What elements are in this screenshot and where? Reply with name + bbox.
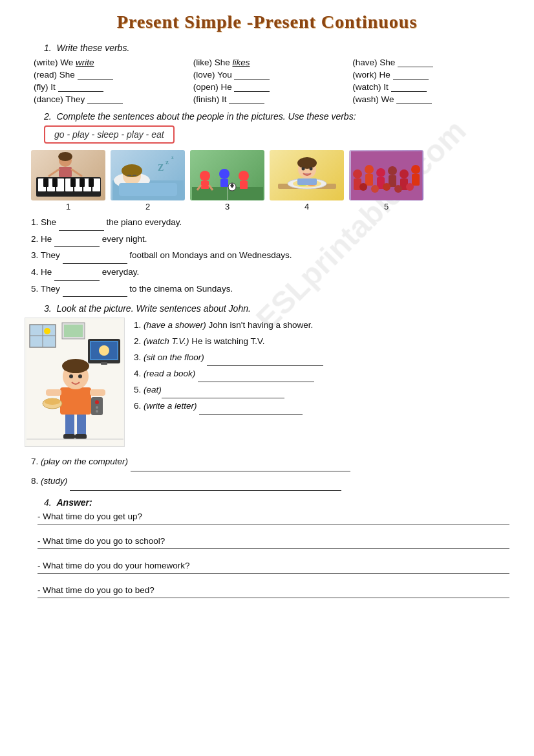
svg-point-56: [400, 169, 409, 178]
section2: 2. Complete the sentences about the peop…: [25, 111, 509, 297]
svg-point-69: [44, 328, 50, 334]
s3-sent-3: 3. (sit on the floor): [134, 350, 509, 366]
image-cell-3: 3: [190, 150, 264, 211]
s3-sent-2: 2. (watch T.V.) He is watching T.V.: [134, 334, 509, 350]
s3-sent-4: 4. (read a book): [134, 366, 509, 382]
svg-rect-33: [220, 179, 228, 187]
section1-title: 1. Write these verbs.: [44, 43, 509, 53]
section3-extra: 7. (play on the computer) 8. (study): [31, 452, 509, 490]
svg-point-58: [411, 165, 420, 174]
verb-item: (read) She: [31, 69, 191, 80]
answer-block: - What time do you get up? - What time d…: [37, 512, 509, 598]
section3-layout: 1. (have a shower) John isn't having a s…: [25, 318, 509, 447]
sentence-2-3: 3. They football on Mondays and on Wedne…: [31, 247, 509, 264]
svg-point-61: [371, 185, 379, 193]
verb-item: (fly) It: [31, 81, 191, 92]
svg-rect-8: [43, 178, 48, 187]
svg-point-34: [239, 171, 249, 181]
svg-rect-87: [90, 389, 105, 396]
svg-point-21: [122, 164, 142, 177]
image-eating: [270, 150, 344, 200]
verb-item: (finish) It: [191, 94, 350, 105]
svg-rect-59: [412, 174, 420, 186]
image-cell-2: Z z z 2: [111, 150, 185, 211]
svg-rect-76: [101, 362, 107, 365]
svg-point-92: [96, 406, 98, 409]
verbs-box: go - play - sleep - play - eat: [44, 125, 175, 144]
image-piano: [31, 150, 105, 200]
svg-point-62: [383, 183, 390, 191]
answer-q3: - What time do you do your homework?: [37, 561, 509, 574]
s3-sent-7: 7. (play on the computer): [31, 452, 509, 471]
svg-rect-10: [70, 178, 76, 187]
svg-point-17: [58, 152, 72, 161]
svg-point-48: [353, 169, 362, 178]
svg-text:Z: Z: [158, 163, 164, 173]
svg-rect-77: [65, 413, 74, 436]
verb-item: (have) She: [350, 57, 509, 68]
svg-point-91: [95, 400, 99, 404]
image-cell-1: 1: [31, 150, 105, 211]
verb-item: (watch) It: [350, 81, 509, 92]
svg-rect-35: [240, 181, 248, 189]
sentence-2-5: 5. They to the cinema on Sundays.: [31, 281, 509, 297]
section1: 1. Write these verbs. (write) We write (…: [25, 43, 509, 105]
verb-grid: (write) We write (like) She likes (have)…: [31, 57, 509, 105]
img-label-5: 5: [384, 202, 389, 211]
section2-sentences: 1. She the piano everyday. 2. He every n…: [31, 214, 509, 297]
svg-rect-79: [63, 434, 75, 439]
svg-point-28: [200, 171, 210, 181]
svg-point-84: [69, 374, 73, 378]
svg-point-89: [45, 398, 60, 405]
svg-point-50: [365, 165, 374, 174]
sentence-2-1: 1. She the piano everyday.: [31, 214, 509, 231]
img-label-2: 2: [145, 202, 150, 211]
page-title: Present Simple -Present Continuous: [25, 12, 509, 32]
answer-q4: - What time do you go to bed?: [37, 585, 509, 598]
svg-line-16: [72, 169, 81, 176]
svg-point-64: [406, 183, 414, 191]
svg-rect-71: [64, 325, 83, 337]
svg-point-43: [297, 157, 317, 169]
section3: 3. Look at the picture. Write sentences …: [25, 303, 509, 490]
image-cinema: [349, 150, 423, 200]
svg-point-75: [99, 345, 109, 356]
verb-item: (dance) They: [31, 94, 191, 105]
svg-point-60: [359, 183, 367, 191]
images-row: 1 Z z z: [31, 150, 509, 211]
image-cell-4: 4: [270, 150, 344, 211]
svg-rect-29: [201, 181, 209, 189]
svg-rect-81: [60, 387, 91, 415]
section2-title: 2. Complete the sentences about the peop…: [44, 111, 509, 122]
svg-rect-12: [89, 178, 94, 187]
sentence-2-4: 4. He everyday.: [31, 264, 509, 281]
sentence-2-2: 2. He every night.: [31, 231, 509, 248]
svg-point-85: [78, 374, 82, 378]
verb-item: (open) He: [191, 81, 350, 92]
image-sleep: Z z z: [111, 150, 185, 200]
image-football: [190, 150, 264, 200]
svg-point-93: [96, 410, 98, 413]
svg-rect-11: [80, 178, 85, 187]
svg-rect-86: [46, 389, 61, 396]
svg-point-45: [309, 167, 312, 170]
svg-point-32: [219, 169, 230, 179]
s3-sent-6: 6. (write a letter): [134, 398, 509, 415]
img-label-1: 1: [66, 202, 70, 211]
s3-sent-5: 5. (eat): [134, 382, 509, 398]
img-label-4: 4: [304, 202, 309, 211]
svg-text:z: z: [166, 158, 169, 166]
image-cell-5: 5: [349, 150, 423, 211]
svg-point-63: [394, 185, 402, 193]
s3-sent-8: 8. (study): [31, 471, 509, 491]
svg-rect-51: [365, 174, 373, 186]
svg-point-52: [376, 168, 385, 177]
svg-rect-14: [59, 167, 72, 177]
section3-sentences: 1. (have a shower) John isn't having a s…: [134, 318, 509, 447]
svg-text:z: z: [171, 155, 174, 160]
svg-rect-46: [297, 178, 317, 185]
svg-rect-78: [77, 413, 86, 436]
svg-point-83: [62, 359, 89, 373]
section4: 4. Answer: - What time do you get up? - …: [25, 497, 509, 598]
answer-q1: - What time do you get up?: [37, 512, 509, 524]
